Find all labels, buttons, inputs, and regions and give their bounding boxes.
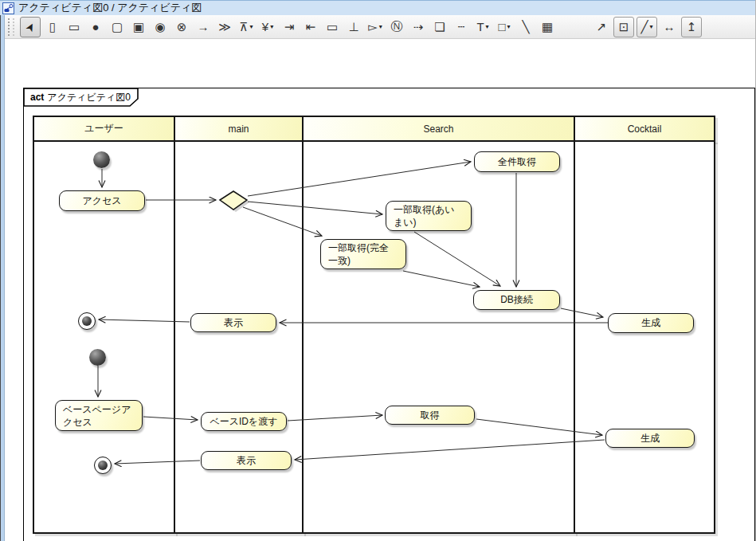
lane-body-main[interactable]	[174, 140, 304, 534]
join-node-tool[interactable]: ¥▾	[258, 18, 277, 37]
text-tool[interactable]: T▾	[473, 18, 492, 37]
title-bar: アクティビティ図0 / アクティビティ図	[0, 0, 756, 15]
partition-horizontal-tool[interactable]: ▭	[65, 18, 84, 37]
toolbar-drag-handle[interactable]	[8, 18, 14, 36]
flow-out-tool-glyph: ⇤	[306, 20, 316, 34]
pushpin-toggle[interactable]: ↗	[592, 18, 611, 37]
initial-node-tool-glyph: ●	[92, 20, 99, 33]
frame-tab[interactable]: actアクティビティ図0	[23, 88, 143, 108]
note-tool[interactable]: ❏	[430, 18, 449, 37]
lane-body-cocktail[interactable]	[574, 140, 715, 534]
call-behavior-action-tool[interactable]: ▣	[129, 18, 148, 37]
initial-node-1[interactable]	[93, 151, 110, 168]
initial-node-2[interactable]	[89, 349, 106, 366]
dropdown-caret-icon[interactable]: ▾	[249, 23, 253, 30]
final-node-core	[98, 461, 108, 470]
activity-diagram-icon	[2, 2, 14, 14]
grid-toggle[interactable]: ⊡	[613, 17, 634, 37]
action-get-all[interactable]: 全件取得	[474, 151, 560, 172]
auto-layout-button-glyph: ↥	[687, 20, 697, 34]
image-tool[interactable]: ▦	[538, 18, 557, 37]
dropdown-caret-icon[interactable]: ▾	[379, 23, 382, 30]
pin-tool[interactable]: ⊥	[344, 18, 363, 37]
frame-keyword: act	[30, 92, 44, 103]
lane-header-search[interactable]: Search	[302, 116, 575, 142]
action-db-connect[interactable]: DB接続	[473, 290, 560, 310]
send-signal-tool[interactable]: ▻▾	[366, 18, 385, 37]
app-window: アクティビティ図0 / アクティビティ図 ➤▯▭●▢▣◉⊗→≫⊼▾¥▾⇥⇤▭⊥▻…	[0, 0, 756, 541]
action-generate-2[interactable]: 生成	[605, 429, 695, 448]
auto-layout-button[interactable]: ↥	[681, 17, 702, 37]
dropdown-caret-icon[interactable]: ▾	[486, 23, 489, 30]
send-signal-tool-glyph: ▻	[368, 20, 378, 34]
action-fetch[interactable]: 取得	[385, 406, 475, 425]
activity-final-tool-glyph: ◉	[155, 20, 165, 34]
accept-event-tool-glyph: Ⓝ	[391, 19, 403, 34]
activity-final-node-1[interactable]	[78, 312, 96, 330]
dropdown-caret-icon[interactable]: ▾	[270, 23, 273, 30]
flow-final-tool-glyph: ⊗	[177, 20, 187, 34]
dependency-tool[interactable]: ⇢	[409, 18, 428, 37]
note-tool-glyph: ❏	[434, 20, 445, 34]
action-basepage-access[interactable]: ベースページア クセス	[55, 400, 143, 431]
lane-header-user[interactable]: ユーザー	[33, 116, 175, 142]
pin-tool-glyph: ⊥	[348, 20, 358, 34]
diagram-canvas[interactable]: actアクティビティ図0 ユーザー main Search Cocktail	[6, 39, 755, 541]
line-style-button-glyph: ╱	[640, 20, 648, 34]
action-access[interactable]: アクセス	[59, 190, 145, 211]
pushpin-toggle-glyph: ↗	[597, 20, 607, 34]
activity-final-node-2[interactable]	[94, 457, 112, 474]
action-pass-base-id[interactable]: ベースIDを渡す	[201, 412, 287, 431]
accept-event-tool[interactable]: Ⓝ	[387, 18, 406, 37]
flow-in-tool[interactable]: ⇥	[280, 18, 299, 37]
frame-name: アクティビティ図0	[47, 92, 131, 103]
dashed-line-tool-glyph: ┄	[457, 20, 464, 34]
call-behavior-action-tool-glyph: ▣	[133, 20, 144, 34]
final-node-core	[82, 316, 92, 326]
rect-tool[interactable]: □▾	[495, 18, 514, 37]
dropdown-caret-icon[interactable]: ▾	[507, 23, 511, 30]
control-flow-tool[interactable]: →	[194, 18, 213, 37]
grid-toggle-glyph: ⊡	[619, 20, 629, 34]
dashed-line-tool[interactable]: ┄	[452, 18, 471, 37]
select-tool[interactable]: ➤	[20, 17, 41, 37]
partition-vertical-tool-glyph: ▯	[49, 20, 56, 34]
merge-node-tool[interactable]: ≫	[215, 18, 234, 37]
fit-width-button[interactable]: ↔	[660, 18, 679, 37]
flow-out-tool[interactable]: ⇤	[301, 18, 320, 37]
partition-horizontal-tool-glyph: ▭	[69, 20, 80, 34]
line-tool-glyph: ╲	[522, 20, 529, 34]
toolbar-gap	[559, 26, 590, 27]
object-node-tool-glyph: ▭	[327, 20, 338, 34]
control-flow-tool-glyph: →	[198, 20, 210, 33]
fork-node-tool-glyph: ⊼	[240, 20, 249, 34]
line-style-button[interactable]: ╱▾	[637, 17, 657, 37]
action-get-partial-exact[interactable]: 一部取得(完全 一致)	[320, 239, 406, 269]
lane-body-search[interactable]	[302, 140, 575, 534]
image-tool-glyph: ▦	[542, 20, 553, 34]
partition-vertical-tool[interactable]: ▯	[43, 18, 62, 37]
select-tool-glyph: ➤	[22, 20, 38, 34]
frame-tab-label: actアクティビティ図0	[30, 91, 131, 104]
dropdown-caret-icon[interactable]: ▾	[650, 23, 653, 30]
flow-in-tool-glyph: ⇥	[284, 20, 295, 34]
lane-header-cocktail[interactable]: Cocktail	[574, 116, 715, 142]
action-display-1[interactable]: 表示	[190, 313, 276, 332]
window-title: アクティビティ図0 / アクティビティ図	[18, 1, 202, 15]
lane-header-main[interactable]: main	[174, 116, 304, 142]
merge-node-tool-glyph: ≫	[218, 20, 231, 34]
action-get-partial-fuzzy[interactable]: 一部取得(あい まい)	[386, 201, 472, 231]
flow-final-tool[interactable]: ⊗	[172, 18, 191, 37]
initial-node-tool[interactable]: ●	[86, 18, 105, 37]
fork-node-tool[interactable]: ⊼▾	[237, 18, 256, 37]
action-generate-1[interactable]: 生成	[608, 313, 694, 333]
action-tool-glyph: ▢	[112, 20, 123, 34]
window-left-border	[0, 15, 5, 541]
line-tool[interactable]: ╲	[516, 18, 535, 37]
action-tool[interactable]: ▢	[108, 18, 127, 37]
object-node-tool[interactable]: ▭	[323, 18, 342, 37]
activity-final-tool[interactable]: ◉	[151, 18, 170, 37]
join-node-tool-glyph: ¥	[262, 20, 268, 33]
action-display-2[interactable]: 表示	[201, 451, 292, 470]
diagram-toolbar: ➤▯▭●▢▣◉⊗→≫⊼▾¥▾⇥⇤▭⊥▻▾Ⓝ⇢❏┄T▾□▾╲▦↗⊡╱▾↔↥	[5, 15, 756, 39]
